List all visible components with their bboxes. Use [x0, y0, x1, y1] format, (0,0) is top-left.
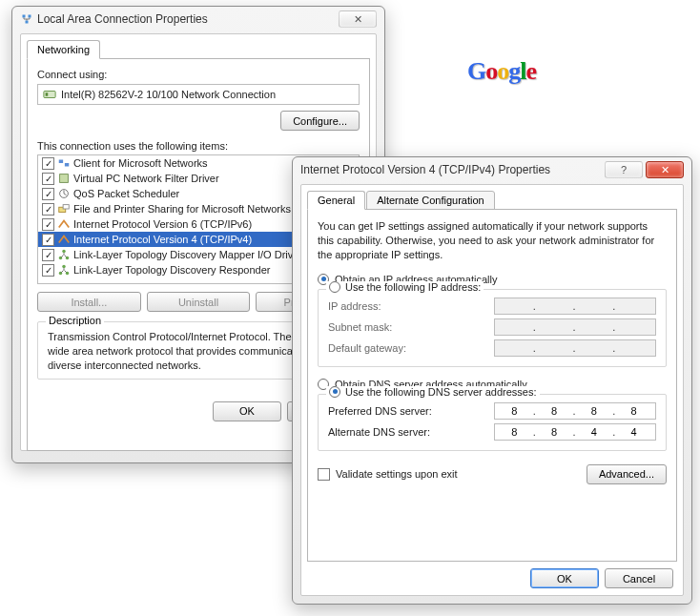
svg-rect-6 — [65, 163, 69, 167]
protocol-icon — [57, 233, 71, 246]
client-icon — [57, 156, 71, 170]
ok-button[interactable]: OK — [213, 401, 281, 421]
network-icon — [20, 12, 33, 26]
advanced-button[interactable]: Advanced... — [587, 464, 667, 484]
ipv4-tabs: General Alternate Configuration — [307, 191, 677, 210]
adapter-icon — [43, 88, 56, 101]
ip-address-label: IP address: — [328, 300, 381, 312]
svg-rect-1 — [29, 15, 31, 18]
google-logo: G o o g l e — [467, 57, 536, 86]
share-icon — [57, 202, 71, 216]
install-button[interactable]: Install... — [37, 292, 141, 312]
checkbox[interactable]: ✓ — [42, 188, 54, 200]
cancel-button[interactable]: Cancel — [605, 568, 673, 588]
checkbox[interactable]: ✓ — [42, 249, 54, 261]
subnet-input: ... — [494, 318, 656, 336]
ipv4-window-title: Internet Protocol Version 4 (TCP/IPv4) P… — [300, 163, 602, 176]
ipv4-properties-window: Internet Protocol Version 4 (TCP/IPv4) P… — [292, 156, 692, 605]
dns-manual-label: Use the following DNS server addresses: — [345, 386, 537, 398]
checkbox[interactable]: ✓ — [42, 234, 54, 246]
close-button[interactable]: ✕ — [339, 10, 377, 28]
ip-manual-label: Use the following IP address: — [345, 281, 481, 293]
tab-alternate[interactable]: Alternate Configuration — [366, 191, 495, 210]
svg-rect-5 — [59, 160, 63, 164]
radio-ip-manual[interactable] — [329, 281, 340, 293]
help-button[interactable]: ? — [605, 161, 643, 178]
adapter-name: Intel(R) 82562V-2 10/100 Network Connect… — [61, 89, 276, 100]
svg-rect-10 — [63, 205, 69, 209]
checkbox[interactable]: ✓ — [42, 218, 54, 231]
validate-checkbox[interactable] — [318, 468, 330, 481]
protocol-icon — [57, 217, 71, 231]
radio-dns-manual[interactable] — [329, 386, 340, 398]
svg-rect-0 — [23, 15, 26, 18]
validate-label: Validate settings upon exit — [336, 468, 458, 480]
alt-dns-input[interactable]: 8. 8. 4. 4 — [494, 423, 656, 441]
adapter-field: Intel(R) 82562V-2 10/100 Network Connect… — [37, 84, 360, 105]
configure-button[interactable]: Configure... — [280, 111, 360, 131]
close-button[interactable]: ✕ — [646, 161, 684, 178]
ip-address-input: ... — [494, 298, 656, 315]
driver-icon — [57, 172, 71, 185]
ipv4-titlebar: Internet Protocol Version 4 (TCP/IPv4) P… — [293, 157, 691, 184]
connect-using-label: Connect using: — [37, 69, 360, 80]
intro-text: You can get IP settings assigned automat… — [318, 219, 667, 262]
lan-titlebar: Local Area Connection Properties ✕ — [12, 7, 384, 33]
alt-dns-label: Alternate DNS server: — [328, 426, 430, 438]
tab-general[interactable]: General — [307, 191, 365, 210]
pref-dns-label: Preferred DNS server: — [328, 405, 432, 417]
ok-button[interactable]: OK — [530, 568, 599, 588]
topology-icon — [57, 248, 71, 261]
qos-icon — [57, 187, 71, 200]
pref-dns-input[interactable]: 8. 8. 8. 8 — [494, 402, 656, 420]
subnet-label: Subnet mask: — [328, 321, 392, 333]
svg-rect-7 — [60, 175, 69, 183]
svg-rect-4 — [46, 92, 49, 96]
tab-networking[interactable]: Networking — [27, 40, 100, 59]
description-legend: Description — [46, 315, 104, 326]
gateway-label: Default gateway: — [328, 342, 406, 354]
gateway-input: ... — [494, 339, 656, 357]
topology-icon — [57, 263, 71, 277]
checkbox[interactable]: ✓ — [42, 203, 54, 216]
checkbox[interactable]: ✓ — [42, 173, 54, 185]
checkbox[interactable]: ✓ — [42, 157, 54, 170]
checkbox[interactable]: ✓ — [42, 264, 54, 277]
lan-tabs: Networking — [27, 40, 370, 59]
items-label: This connection uses the following items… — [37, 140, 360, 152]
svg-rect-2 — [26, 21, 29, 24]
svg-point-16 — [62, 265, 66, 269]
svg-point-13 — [62, 250, 66, 254]
uninstall-button[interactable]: Uninstall — [147, 292, 251, 312]
lan-window-title: Local Area Connection Properties — [37, 12, 336, 26]
